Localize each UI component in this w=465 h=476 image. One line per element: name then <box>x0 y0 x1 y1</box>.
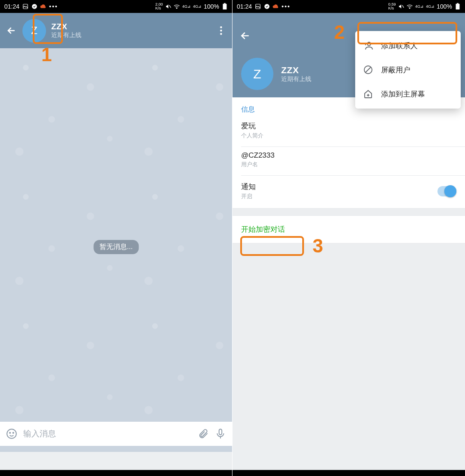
avatar-letter: Z <box>253 67 261 81</box>
bio-value: 爱玩 <box>241 121 456 131</box>
network-speed: 0.59K/s <box>388 3 396 10</box>
network-speed: 2.00K/s <box>155 3 163 10</box>
signal-4g-2: 4G⊿ <box>426 4 434 9</box>
svg-point-20 <box>367 42 371 46</box>
more-dots: ••• <box>282 3 291 10</box>
microphone-icon[interactable] <box>215 428 226 439</box>
notif-toggle[interactable] <box>437 186 456 196</box>
chat-messages-area[interactable]: 暂无消息... <box>0 48 232 452</box>
notifications-row[interactable]: 通知 开启 <box>232 176 465 208</box>
section-gap <box>232 208 465 216</box>
cloud-alert-icon <box>40 3 46 10</box>
profile-avatar[interactable]: Z <box>241 58 273 90</box>
username-value: @CZ2333 <box>241 151 456 160</box>
battery-icon <box>454 3 461 10</box>
toggle-knob <box>444 185 456 197</box>
svg-rect-4 <box>223 4 226 9</box>
message-input-bar <box>0 422 232 446</box>
svg-point-11 <box>13 432 14 433</box>
android-nav-strip <box>0 470 232 476</box>
menu-item-add-home[interactable]: 添加到主屏幕 <box>355 82 461 106</box>
username-label: 用户名 <box>241 161 456 168</box>
profile-info-section: 信息 爱玩 个人简介 @CZ2333 用户名 通知 开启 <box>232 97 465 208</box>
back-button[interactable] <box>239 29 251 42</box>
status-time: 01:24 <box>237 3 252 10</box>
info-item-bio[interactable]: 爱玩 个人简介 <box>232 117 465 146</box>
check-badge-icon <box>31 3 37 10</box>
home-plus-icon <box>363 89 373 99</box>
menu-label: 添加到主屏幕 <box>381 89 425 99</box>
svg-rect-18 <box>456 4 459 9</box>
svg-point-17 <box>409 8 410 9</box>
gallery-icon <box>22 3 28 10</box>
menu-label: 屏蔽用户 <box>381 65 410 75</box>
secret-chat-label: 开始加密对话 <box>241 225 285 233</box>
battery-icon <box>221 3 228 10</box>
menu-item-block-user[interactable]: 屏蔽用户 <box>355 58 461 82</box>
svg-point-1 <box>32 4 37 9</box>
svg-point-7 <box>220 30 222 31</box>
emoji-icon[interactable] <box>6 428 17 439</box>
back-button[interactable] <box>5 25 17 37</box>
block-icon <box>363 65 373 75</box>
more-options-button[interactable] <box>215 25 227 37</box>
battery-percent: 100% <box>437 3 452 10</box>
svg-point-6 <box>220 26 222 28</box>
cloud-alert-icon <box>273 3 279 10</box>
status-bar: 01:24 ••• 0.59K/s 4G⊿ 4G⊿ 100% <box>232 0 465 13</box>
wifi-icon <box>406 3 413 10</box>
profile-empty-area <box>232 243 465 450</box>
svg-point-3 <box>177 8 177 9</box>
mute-icon <box>398 3 404 10</box>
chat-contact-status: 近期有上线 <box>51 31 81 39</box>
svg-rect-12 <box>219 429 222 435</box>
signal-4g-2: 4G⊿ <box>193 4 202 9</box>
android-nav-strip <box>232 470 465 476</box>
avatar-letter: Z <box>31 25 37 37</box>
notif-state: 开启 <box>241 193 256 200</box>
profile-user-row[interactable]: Z ZZX 近期有上线 <box>241 58 311 90</box>
signal-4g-1: 4G⊿ <box>182 4 191 9</box>
svg-line-24 <box>366 67 371 72</box>
svg-point-9 <box>7 429 16 439</box>
empty-state-pill: 暂无消息... <box>93 240 139 254</box>
svg-point-10 <box>9 432 10 433</box>
svg-rect-19 <box>457 3 459 4</box>
menu-label: 添加联系人 <box>381 41 418 51</box>
context-menu: 添加联系人 屏蔽用户 添加到主屏幕 <box>355 31 461 109</box>
status-time: 01:24 <box>4 3 19 10</box>
check-badge-icon <box>264 3 270 10</box>
profile-header: Z ZZX 近期有上线 添加联系人 屏蔽用户 添加到主屏幕 <box>232 13 465 97</box>
add-contact-icon <box>363 40 373 51</box>
signal-4g-1: 4G⊿ <box>415 4 424 9</box>
gallery-icon <box>254 3 261 10</box>
chat-avatar[interactable]: Z <box>22 19 46 43</box>
svg-point-8 <box>220 33 222 35</box>
chat-header: Z ZZX 近期有上线 <box>0 13 232 48</box>
notif-title: 通知 <box>241 182 256 192</box>
more-dots: ••• <box>49 3 58 10</box>
battery-percent: 100% <box>204 3 219 10</box>
message-input[interactable] <box>23 429 192 439</box>
profile-name: ZZX <box>281 65 311 75</box>
profile-status: 近期有上线 <box>281 75 311 83</box>
attachment-icon[interactable] <box>198 428 209 439</box>
wifi-icon <box>174 3 180 10</box>
svg-rect-5 <box>224 3 226 4</box>
info-item-username[interactable]: @CZ2333 用户名 <box>232 147 465 175</box>
status-bar: 01:24 ••• 2.00K/s 4G⊿ 4G⊿ 100% <box>0 0 232 13</box>
phone-chat-screen: 01:24 ••• 2.00K/s 4G⊿ 4G⊿ 100% <box>0 0 232 476</box>
svg-line-2 <box>169 5 171 8</box>
chat-title-block[interactable]: ZZX 近期有上线 <box>51 22 81 39</box>
menu-item-add-contact[interactable]: 添加联系人 <box>355 34 461 58</box>
bio-label: 个人简介 <box>241 132 456 140</box>
start-secret-chat-row[interactable]: 开始加密对话 <box>232 216 465 243</box>
phone-profile-screen: 01:24 ••• 0.59K/s 4G⊿ 4G⊿ 100% <box>232 0 465 476</box>
mute-icon <box>165 3 171 10</box>
svg-point-15 <box>264 4 270 9</box>
svg-line-16 <box>402 5 404 8</box>
chat-contact-name: ZZX <box>51 22 81 31</box>
